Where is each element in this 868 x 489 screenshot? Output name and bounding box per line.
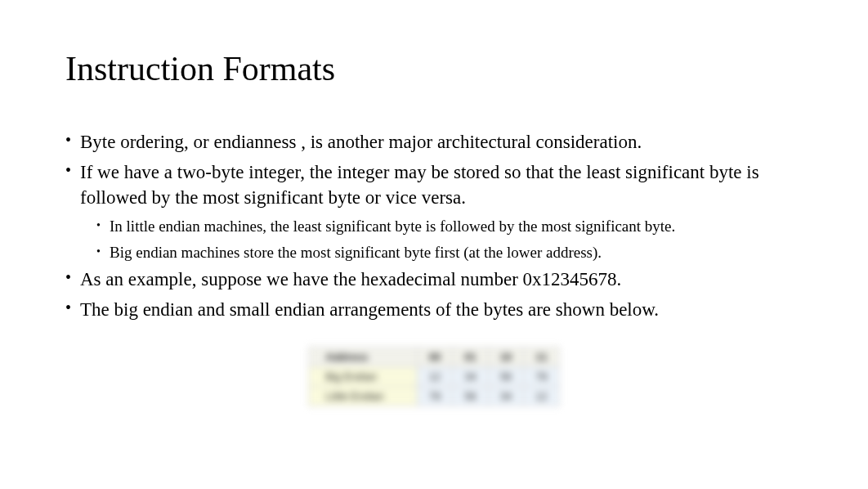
endian-table: Address 00 01 10 11 Big Endian 12 34 56 … xyxy=(308,347,559,406)
cell-little-1: 56 xyxy=(453,387,488,406)
bullet-little-endian: In little endian machines, the least sig… xyxy=(65,215,803,238)
bullet-arrangement: The big endian and small endian arrangem… xyxy=(65,297,803,322)
header-addr-2: 10 xyxy=(488,348,523,367)
cell-big-3: 78 xyxy=(524,367,559,387)
cell-little-2: 34 xyxy=(488,387,523,406)
table-row: Big Endian 12 34 56 78 xyxy=(309,367,559,387)
cell-big-0: 12 xyxy=(417,367,452,387)
cell-big-1: 34 xyxy=(453,367,488,387)
bullet-example-hex: As an example, suppose we have the hexad… xyxy=(65,267,803,292)
endian-table-wrapper: Address 00 01 10 11 Big Endian 12 34 56 … xyxy=(65,347,803,406)
bullet-two-byte: If we have a two-byte integer, the integ… xyxy=(65,159,803,210)
row-label-little: Little Endian xyxy=(309,387,418,406)
header-addr-3: 11 xyxy=(524,348,559,367)
bullet-endianness: Byte ordering, or endianness , is anothe… xyxy=(65,129,803,155)
header-addr-0: 00 xyxy=(417,348,452,367)
bullet-big-endian: Big endian machines store the most signi… xyxy=(65,241,803,264)
table-row: Little Endian 78 56 34 12 xyxy=(309,387,559,406)
content-list: Byte ordering, or endianness , is anothe… xyxy=(65,129,803,322)
cell-big-2: 56 xyxy=(488,367,523,387)
cell-little-0: 78 xyxy=(417,387,452,406)
page-title: Instruction Formats xyxy=(65,49,803,88)
header-addr-1: 01 xyxy=(453,348,488,367)
table-header-row: Address 00 01 10 11 xyxy=(309,348,559,367)
cell-little-3: 12 xyxy=(524,387,559,406)
header-address-label: Address xyxy=(309,348,418,367)
row-label-big: Big Endian xyxy=(309,367,418,387)
